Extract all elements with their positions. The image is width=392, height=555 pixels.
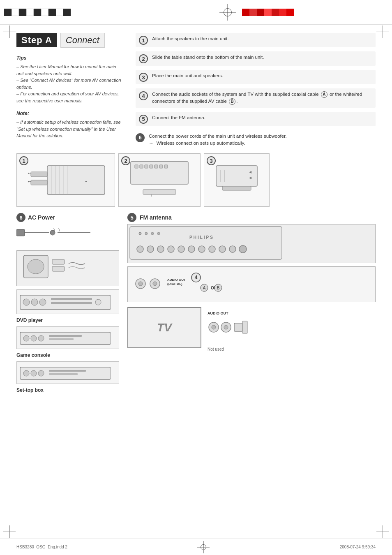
checker-cell (19, 9, 26, 16)
right-devices-column: 5 FM antenna PHILIPS (127, 213, 376, 393)
page-footer: HSB3280_QSG_Eng.indd 2 2008-07-24 9:59:3… (0, 539, 392, 555)
svg-rect-13 (140, 165, 143, 168)
svg-rect-0 (47, 166, 105, 194)
svg-point-75 (139, 232, 141, 235)
svg-rect-22 (222, 186, 251, 190)
dvd-player-box (16, 289, 119, 314)
svg-rect-41 (51, 298, 92, 300)
svg-point-45 (23, 335, 29, 341)
step-connect-label: Connect (60, 33, 105, 48)
checker-cell (63, 9, 71, 16)
svg-point-77 (151, 232, 154, 235)
svg-rect-1 (31, 172, 47, 177)
svg-point-93 (212, 325, 216, 329)
svg-text:↓: ↓ (84, 176, 88, 184)
tips-title: Tips (16, 55, 123, 61)
step-images-row: 1 ← ← ↓ 2 (16, 153, 376, 207)
svg-rect-49 (49, 338, 74, 340)
img3-badge: 3 (207, 156, 216, 165)
game-console-box (16, 326, 119, 349)
footer-left: HSB3280_QSG_Eng.indd 2 (16, 545, 67, 549)
svg-point-52 (31, 370, 37, 376)
top-bar-right (115, 0, 392, 24)
left-column: Step A Connect Tips – See the User Manua… (16, 33, 123, 153)
step-item-1: 1 Attach the speakers to the main unit. (136, 33, 376, 47)
step-text-3: Place the main unit and speakers. (152, 72, 372, 79)
tv-connectors-svg: AUDIO OUT (DIGITAL) 4 A OR B (130, 269, 254, 298)
ac-power-cable-svg: ) ) (16, 224, 115, 249)
svg-rect-34 (28, 259, 44, 274)
svg-rect-14 (145, 165, 148, 168)
step-num-4: 4 (139, 91, 148, 100)
checker-cell (26, 9, 34, 16)
svg-rect-20 (143, 190, 176, 194)
svg-point-81 (138, 282, 143, 286)
fm-antenna-badge: 5 (127, 213, 136, 222)
tv-row: TV AUDIO OUT Not used (127, 307, 376, 352)
step-image-3: 3 ◀ ◀ (204, 153, 270, 207)
fm-antenna-section: 5 FM antenna (127, 213, 376, 222)
checker-cell (56, 9, 63, 16)
checker-cell (48, 9, 56, 16)
svg-point-76 (145, 232, 148, 235)
svg-point-68 (178, 246, 184, 252)
svg-point-82 (153, 282, 157, 286)
speaker-connection-svg: ← ← ↓ (23, 157, 109, 203)
step-text-6: Connect the power cords of the main unit… (149, 133, 372, 147)
step-num-6: 6 (136, 133, 145, 142)
cable-ref-b: B (229, 98, 235, 105)
svg-point-74 (239, 245, 247, 253)
step-num-2: 2 (139, 54, 148, 63)
checker-cell (41, 9, 48, 16)
step-item-5: 5 Connect the FM antenna. (136, 112, 376, 126)
fm-antenna-label: FM antenna (140, 214, 172, 221)
step-text-5: Connect the FM antenna. (152, 114, 372, 121)
svg-text:4: 4 (195, 275, 198, 280)
set-top-box-box (16, 361, 119, 384)
svg-rect-12 (135, 165, 138, 168)
right-column: 1 Attach the speakers to the main unit. … (136, 33, 376, 153)
checker-cell (249, 9, 257, 16)
ac-power-badge: 6 (16, 213, 25, 222)
svg-rect-42 (51, 302, 92, 304)
step-header: Step A Connect (16, 33, 123, 48)
svg-rect-18 (164, 165, 168, 168)
set-top-box-svg (20, 365, 111, 382)
checker-cell (279, 9, 286, 16)
footer-crosshair (197, 541, 210, 553)
svg-rect-16 (154, 165, 158, 168)
svg-point-65 (147, 246, 154, 252)
tips-item-1: – See the User Manual for how to mount t… (16, 64, 116, 76)
svg-point-72 (219, 246, 226, 252)
step-item-3: 3 Place the main unit and speakers. (136, 70, 376, 84)
svg-rect-35 (52, 259, 65, 264)
step-text-2: Slide the table stand onto the bottom of… (152, 54, 372, 61)
step-num-3: 3 (139, 73, 148, 82)
crosshair-center (219, 4, 236, 21)
svg-point-40 (39, 299, 46, 305)
svg-rect-36 (52, 266, 65, 271)
svg-point-73 (229, 246, 236, 252)
svg-rect-28 (16, 229, 25, 236)
svg-point-64 (137, 246, 143, 252)
note-title: Note: (16, 111, 123, 116)
svg-point-70 (198, 246, 205, 252)
svg-text:A: A (203, 286, 206, 290)
svg-point-51 (23, 370, 29, 376)
tips-item-3: – For connection and operation of your A… (16, 91, 119, 103)
step-image-1: 1 ← ← ↓ (16, 153, 115, 207)
step-item-4: 4 Connect the audio sockets of the syste… (136, 88, 376, 108)
svg-point-43 (95, 299, 101, 305)
page-content: Step A Connect Tips – See the User Manua… (0, 25, 392, 539)
audio-out-section: AUDIO OUT Not used (208, 307, 249, 352)
philips-unit-box (16, 250, 119, 286)
checker-cell (4, 9, 12, 16)
tips-section: Tips – See the User Manual for how to mo… (16, 55, 123, 104)
checker-cell (34, 9, 41, 16)
svg-point-95 (224, 325, 228, 329)
dvd-player-label: DVD player (16, 317, 119, 323)
game-console-label: Game console (16, 352, 119, 358)
checker-cell (264, 9, 272, 16)
step-text-4: Connect the audio sockets of the system … (152, 91, 372, 105)
audio-out-2-label: AUDIO OUT (208, 311, 249, 316)
